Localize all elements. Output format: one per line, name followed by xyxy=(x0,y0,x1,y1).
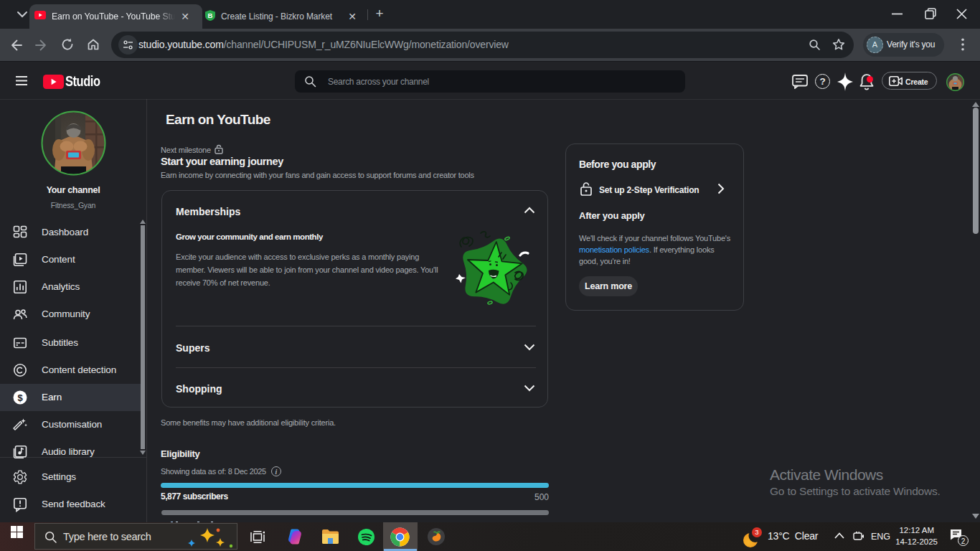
svg-text:$: $ xyxy=(17,392,23,403)
svg-text:B: B xyxy=(208,11,213,19)
